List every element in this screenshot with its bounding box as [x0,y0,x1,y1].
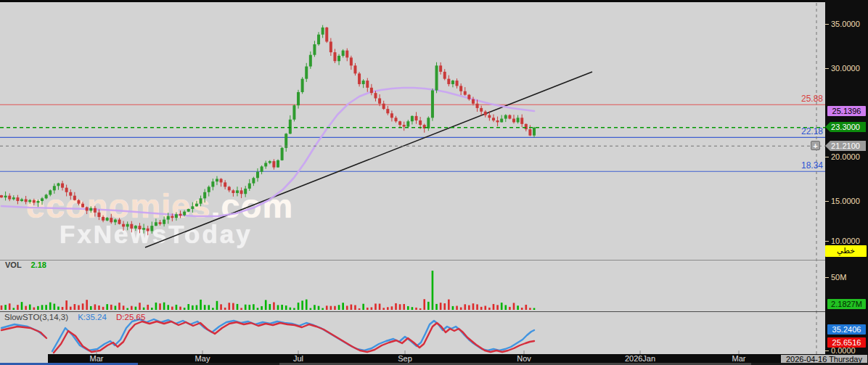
candle-body [484,112,487,115]
candle-body [81,204,84,208]
candle-body [175,214,178,218]
chart-canvas[interactable] [0,0,868,365]
candle-body [33,200,36,203]
candle-body [159,222,162,223]
volume-bar [351,305,353,310]
volume-bar [131,306,133,310]
time-axis-label: May [195,354,210,363]
axis-tick-label: 15.0000 [831,197,860,205]
volume-bar [257,308,259,310]
volume-bar [452,306,454,310]
volume-bar [155,303,157,310]
volume-bar [395,303,397,310]
candle-body [378,98,381,103]
volume-bar [281,305,283,310]
time-axis-label: Jul [293,354,303,363]
candle-body [191,206,194,209]
candle-body [337,56,340,61]
volume-bar [9,303,11,310]
volume-bar [74,304,76,310]
volume-bar [427,302,430,310]
candle-body [358,73,361,84]
time-axis-label: Mar [732,354,746,363]
support2-level-label: 18.34 [801,160,823,171]
volume-bar [224,308,226,310]
axis-tick-mark [825,277,829,278]
volume-bar [139,303,141,310]
volume-bar [118,303,120,310]
volume-bar [192,305,194,310]
volume-bar [17,305,19,310]
volume-bar [407,306,409,310]
volume-bar [29,305,31,310]
candle-body [69,192,72,196]
candle-body [398,121,401,125]
candle-body [65,188,68,192]
volume-bar [273,303,275,310]
candle-body [313,44,316,55]
volume-bar [115,305,117,310]
volume-bar [468,305,470,310]
candle-body [211,181,214,186]
crosshair-add-button[interactable]: + [811,141,820,150]
volume-bar [367,308,369,310]
volume-bar [179,307,181,310]
candle-body [480,108,483,112]
candle-body [322,28,324,35]
chart-type-badge[interactable]: خطي [825,245,867,257]
candle-body [386,109,389,113]
candle-body [427,118,430,128]
candle-body [126,224,129,227]
candle-body [411,116,414,121]
volume-bar [387,307,389,310]
candle-body [53,186,56,190]
candle-body [528,129,531,136]
volume-bar [330,306,332,310]
candle-body [49,190,52,194]
candle-body [200,198,202,203]
candle-body [350,57,353,65]
volume-bar [237,304,239,310]
volume-bar [533,308,536,311]
volume-bar [293,308,295,310]
volume-bar [399,304,401,310]
candle-body [252,178,255,183]
volume-bar [277,305,279,310]
volume-bar [78,305,80,310]
candle-body [281,148,284,160]
sto-k-badge: 35.2406 [827,324,866,335]
candle-body [0,195,3,197]
candle-body [472,99,475,104]
time-axis-label: Nov [517,354,531,363]
volume-bar [513,303,515,310]
sto-d-badge: 25.6516 [827,337,866,348]
volume-bar [298,303,300,310]
volume-bar [147,305,149,310]
volume-bar [212,308,214,310]
time-axis-label: Sep [398,354,412,363]
axis-tick-mark [825,241,829,242]
sto-pane-label: SlowSTO(3,14,3) K:35.24 D:25.65 [4,313,145,321]
axis-tick-mark [825,24,829,25]
candle-body [492,118,495,120]
volume-bar [488,308,491,310]
volume-bar [232,303,234,310]
candle-body [16,197,19,201]
candle-body [366,81,369,88]
volume-bar [41,305,44,310]
volume-bar [228,303,230,310]
time-axis[interactable]: MarMayJulSepNov2026JanMar [48,354,868,363]
axis-tick-mark [825,350,829,351]
volume-bar [196,305,198,310]
price-axis[interactable]: 35.000030.000020.000015.000010.000050M0.… [825,0,868,365]
volume-bar [82,303,84,310]
trading-chart-window: economies.com FxNewsToday 25.88 22.18 18… [0,0,868,365]
volume-bar [338,305,340,310]
volume-bar [529,308,531,310]
candle-body [57,184,60,186]
candle-body [345,51,348,58]
candle-body [264,163,267,167]
candle-body [142,228,145,230]
volume-bar [62,307,64,310]
sto-k-value: K:35.24 [78,313,107,321]
